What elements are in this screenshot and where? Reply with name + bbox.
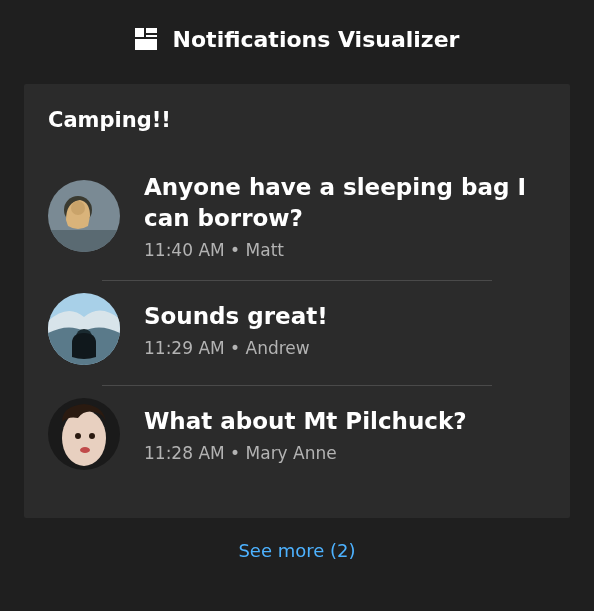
svg-rect-2 <box>146 35 157 37</box>
message-sender: Andrew <box>246 338 310 358</box>
message-sender: Matt <box>246 240 284 260</box>
message-meta: 11:29 AM • Andrew <box>144 338 328 358</box>
app-tile-icon <box>135 28 157 50</box>
svg-point-14 <box>80 447 90 453</box>
message-list: Anyone have a sleeping bag I can borrow?… <box>48 160 546 490</box>
meta-dot: • <box>230 443 245 463</box>
app-title: Notifications Visualizer <box>173 27 460 52</box>
message-time: 11:28 AM <box>144 443 225 463</box>
message-text: Anyone have a sleeping bag I can borrow? <box>144 172 546 234</box>
message-item[interactable]: Anyone have a sleeping bag I can borrow?… <box>48 160 546 280</box>
svg-rect-1 <box>146 28 157 33</box>
notification-title: Camping!! <box>48 108 546 132</box>
svg-point-7 <box>71 201 85 215</box>
message-sender: Mary Anne <box>246 443 337 463</box>
message-item[interactable]: Sounds great! 11:29 AM • Andrew <box>48 281 546 385</box>
message-time: 11:29 AM <box>144 338 225 358</box>
svg-point-11 <box>62 410 106 466</box>
svg-point-12 <box>75 433 81 439</box>
avatar <box>48 398 120 470</box>
message-body: Anyone have a sleeping bag I can borrow?… <box>144 172 546 260</box>
avatar <box>48 180 120 252</box>
meta-dot: • <box>230 240 245 260</box>
message-item[interactable]: What about Mt Pilchuck? 11:28 AM • Mary … <box>48 386 546 490</box>
message-time: 11:40 AM <box>144 240 225 260</box>
message-meta: 11:28 AM • Mary Anne <box>144 443 467 463</box>
svg-rect-3 <box>135 39 157 50</box>
message-body: What about Mt Pilchuck? 11:28 AM • Mary … <box>144 406 467 463</box>
notification-card[interactable]: Camping!! Anyone have a sleeping bag I c… <box>24 84 570 518</box>
message-body: Sounds great! 11:29 AM • Andrew <box>144 301 328 358</box>
app-header: Notifications Visualizer <box>0 0 594 78</box>
avatar <box>48 293 120 365</box>
message-text: What about Mt Pilchuck? <box>144 406 467 437</box>
svg-point-13 <box>89 433 95 439</box>
svg-rect-5 <box>48 230 120 252</box>
svg-rect-0 <box>135 28 144 37</box>
message-meta: 11:40 AM • Matt <box>144 240 546 260</box>
see-more-link[interactable]: See more (2) <box>0 540 594 561</box>
meta-dot: • <box>230 338 245 358</box>
message-text: Sounds great! <box>144 301 328 332</box>
